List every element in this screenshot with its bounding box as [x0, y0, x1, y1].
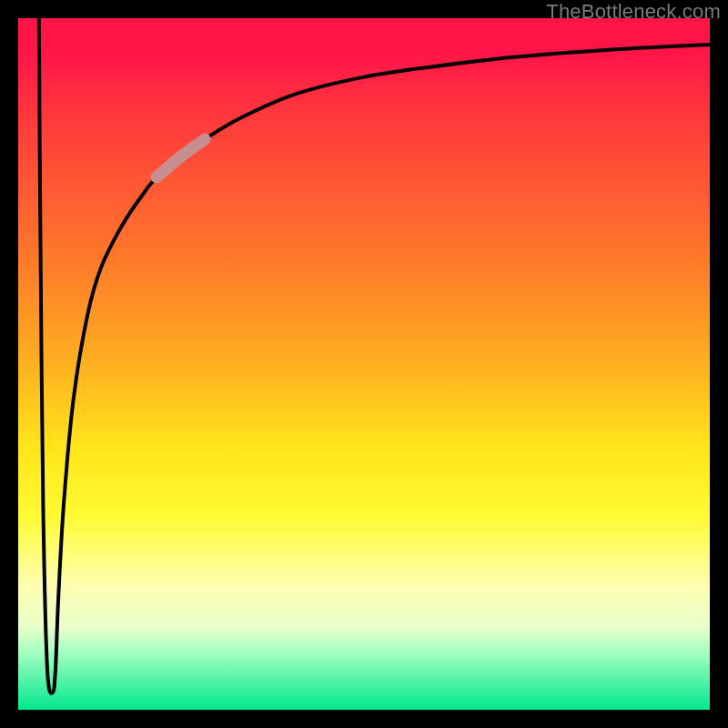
plot-area [18, 18, 710, 710]
main-curve [39, 18, 710, 693]
curve-svg [18, 18, 710, 710]
chart-frame: TheBottleneck.com [0, 0, 728, 728]
highlight-segment-b [181, 139, 206, 157]
